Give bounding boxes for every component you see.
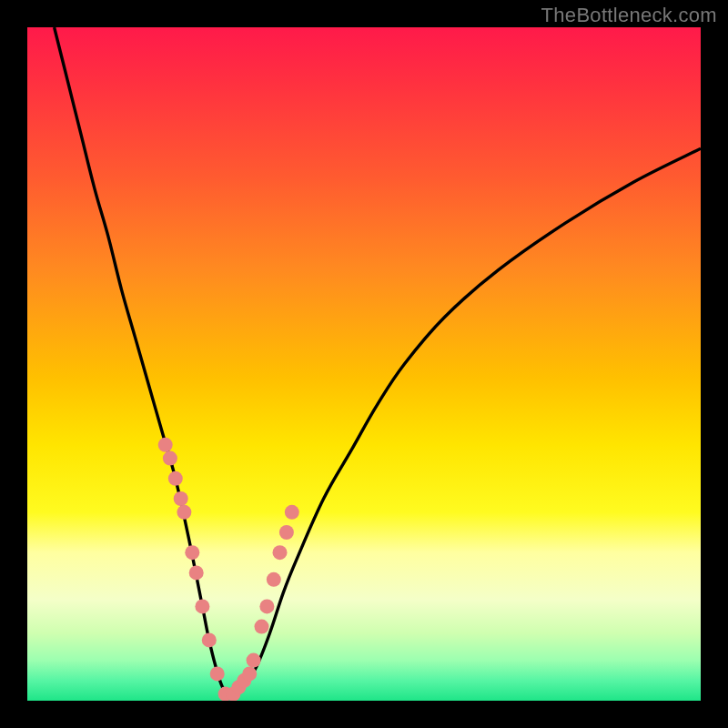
chart-frame: TheBottleneck.com	[0, 0, 728, 728]
marker-dot	[267, 572, 281, 587]
marker-dot	[279, 525, 294, 540]
bottleneck-curve	[55, 27, 701, 695]
marker-dot	[247, 653, 261, 668]
marker-dot	[174, 491, 188, 506]
marker-dot	[158, 438, 173, 452]
marker-dot	[255, 620, 269, 634]
chart-svg	[27, 27, 701, 701]
marker-dot	[177, 505, 191, 520]
marker-dot	[210, 666, 225, 681]
highlight-dots	[158, 438, 299, 701]
plot-area	[27, 27, 701, 701]
marker-dot	[259, 599, 274, 613]
marker-dot	[273, 545, 288, 560]
marker-dot	[168, 471, 183, 486]
marker-dot	[242, 666, 257, 681]
watermark-text: TheBottleneck.com	[541, 4, 717, 27]
marker-dot	[195, 599, 209, 613]
marker-dot	[189, 565, 204, 580]
marker-dot	[202, 632, 217, 647]
marker-dot	[185, 545, 199, 560]
marker-dot	[285, 505, 299, 520]
marker-dot	[163, 451, 177, 466]
